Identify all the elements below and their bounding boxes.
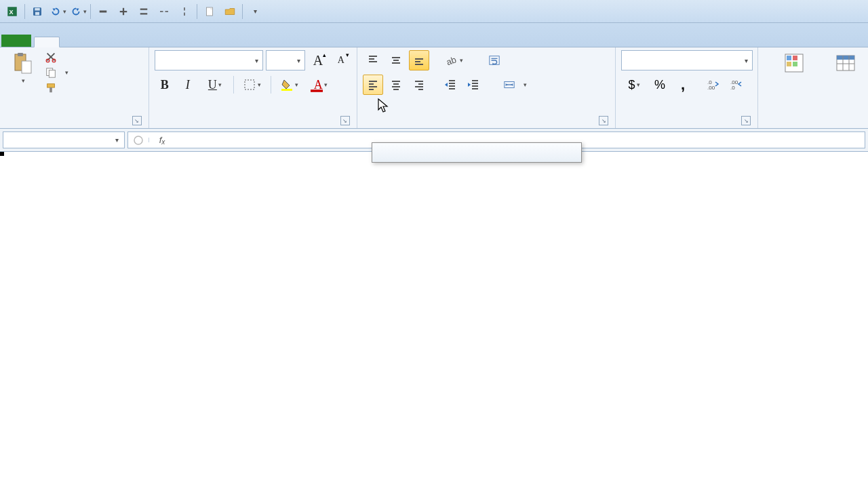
svg-rect-9	[165, 11, 169, 12]
conditional-formatting-button[interactable]	[764, 50, 825, 76]
new-file-icon[interactable]	[200, 3, 219, 20]
group-styles	[758, 47, 868, 128]
group-alignment: ab▾ ▾	[357, 47, 616, 128]
number-format-combo[interactable]: ▾	[621, 50, 753, 70]
increase-decimal-button[interactable]: .0.00	[703, 75, 723, 95]
svg-rect-15	[22, 61, 31, 73]
quick-access-toolbar: X ▾ ▾ ▾	[0, 3, 264, 20]
borders-button[interactable]: ▾	[238, 75, 267, 95]
selection-border	[0, 152, 4, 156]
tab-insert[interactable]	[60, 37, 84, 47]
ribbon-tabs	[0, 23, 868, 47]
group-number: ▾ $▾ % , .0.00 .00.0 ↘	[616, 47, 758, 128]
fill-color-button[interactable]: ▾	[275, 75, 304, 95]
clipboard-dialog-launcher[interactable]: ↘	[132, 116, 142, 125]
svg-rect-6	[140, 8, 148, 9]
increase-indent-button[interactable]	[463, 75, 484, 95]
underline-button[interactable]: U▾	[201, 75, 229, 95]
bold-button[interactable]: B	[155, 75, 175, 95]
svg-rect-67	[837, 56, 854, 60]
redo-button[interactable]: ▾	[68, 3, 87, 20]
qat-custom-3[interactable]	[134, 3, 153, 20]
tab-home[interactable]	[34, 37, 60, 47]
svg-point-71	[134, 136, 142, 144]
copy-button[interactable]: ▾	[43, 66, 70, 79]
svg-rect-5	[100, 10, 107, 12]
svg-rect-20	[47, 84, 55, 87]
tab-data[interactable]	[133, 37, 157, 47]
svg-rect-63	[793, 56, 797, 60]
format-painter-button[interactable]	[43, 81, 70, 95]
qat-custom-5[interactable]	[175, 3, 194, 20]
font-color-button[interactable]: A ▾	[307, 75, 335, 95]
svg-rect-24	[311, 89, 323, 92]
title-bar: X ▾ ▾ ▾	[0, 0, 868, 23]
name-box[interactable]: ▾	[3, 131, 125, 148]
svg-rect-10	[184, 7, 185, 11]
cancel-formula-icon[interactable]	[128, 135, 149, 146]
customize-qat-icon[interactable]: ▾	[245, 3, 264, 20]
svg-rect-4	[35, 12, 39, 15]
svg-rect-64	[787, 62, 791, 66]
merge-icon	[503, 79, 515, 91]
wrap-text-button[interactable]	[484, 52, 509, 68]
cut-button[interactable]	[43, 50, 70, 64]
svg-rect-11	[184, 12, 185, 16]
comma-format-button[interactable]: ,	[673, 75, 693, 95]
paste-button[interactable]: ▾	[5, 50, 39, 84]
tab-view[interactable]	[182, 37, 206, 47]
italic-button[interactable]: I	[178, 75, 198, 95]
font-dialog-launcher[interactable]: ↘	[340, 116, 350, 125]
decrease-indent-button[interactable]	[440, 75, 460, 95]
alignment-dialog-launcher[interactable]: ↘	[599, 116, 608, 125]
accounting-format-button[interactable]: $▾	[621, 75, 647, 95]
merge-center-button[interactable]: ▾	[498, 77, 532, 93]
svg-rect-3	[35, 7, 40, 10]
chevron-down-icon[interactable]: ▾	[63, 8, 66, 15]
open-file-icon[interactable]	[220, 3, 239, 20]
tab-file[interactable]	[1, 35, 31, 47]
ribbon: ▾ ▾ ↘	[0, 47, 868, 129]
align-middle-button[interactable]	[386, 50, 406, 70]
svg-rect-65	[793, 62, 797, 66]
qat-custom-2[interactable]	[114, 3, 133, 20]
save-icon[interactable]	[28, 3, 47, 20]
chevron-down-icon[interactable]: ▾	[524, 81, 527, 88]
wrap-text-icon	[488, 54, 500, 66]
undo-button[interactable]: ▾	[48, 3, 67, 20]
tab-review[interactable]	[157, 37, 182, 47]
tab-page-layout[interactable]	[84, 37, 108, 47]
svg-text:ab: ab	[445, 54, 458, 67]
excel-menu-icon[interactable]: X	[3, 3, 22, 20]
align-left-button[interactable]	[363, 75, 383, 95]
number-dialog-launcher[interactable]: ↘	[741, 116, 751, 125]
qat-custom-4[interactable]	[155, 3, 174, 20]
scissors-icon	[45, 51, 57, 63]
orientation-button[interactable]: ab▾	[440, 50, 469, 70]
chevron-down-icon[interactable]: ▾	[83, 8, 87, 15]
chevron-down-icon[interactable]: ▾	[115, 136, 119, 144]
format-as-table-button[interactable]	[829, 50, 863, 76]
tab-developer[interactable]	[206, 37, 231, 47]
decrease-decimal-button[interactable]: .00.0	[726, 75, 746, 95]
chevron-down-icon[interactable]: ▾	[22, 77, 25, 84]
svg-rect-62	[787, 56, 791, 60]
chevron-down-icon[interactable]: ▾	[65, 69, 68, 76]
group-clipboard: ▾ ▾ ↘	[0, 47, 149, 128]
align-bottom-button[interactable]	[409, 50, 429, 70]
font-size-combo[interactable]: ▾	[266, 50, 305, 70]
svg-rect-22	[245, 80, 254, 89]
shrink-font-button[interactable]: A▾	[331, 50, 351, 70]
svg-rect-21	[50, 87, 52, 92]
insert-function-button[interactable]: fx	[149, 135, 176, 145]
svg-text:X: X	[9, 8, 14, 15]
align-top-button[interactable]	[363, 50, 383, 70]
percent-format-button[interactable]: %	[650, 75, 670, 95]
qat-custom-1[interactable]	[94, 3, 113, 20]
align-right-button[interactable]	[409, 75, 429, 95]
tab-formulas[interactable]	[108, 37, 133, 47]
paintbrush-icon	[45, 82, 57, 94]
align-center-button[interactable]	[386, 75, 406, 95]
font-family-combo[interactable]: ▾	[155, 50, 263, 70]
grow-font-button[interactable]: A▴	[308, 50, 328, 70]
